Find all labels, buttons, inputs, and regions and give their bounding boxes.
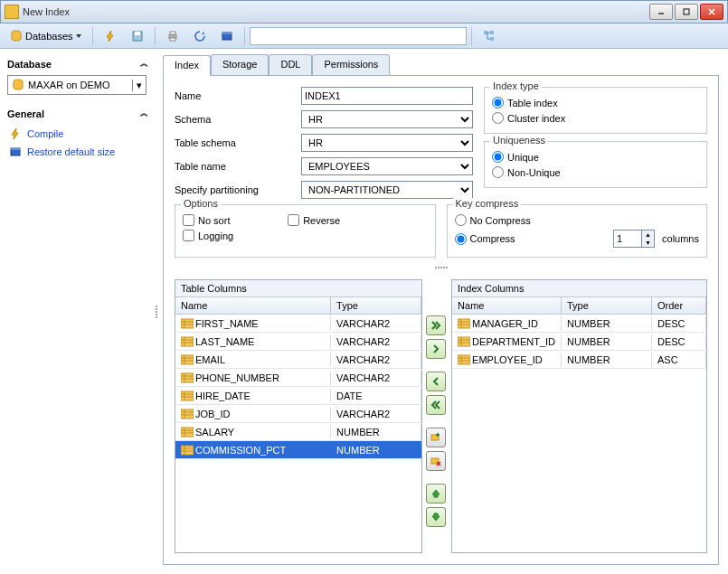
tab-bar: Index Storage DDL Permissions: [163, 54, 719, 76]
move-down-button[interactable]: [426, 507, 446, 527]
svg-rect-56: [458, 337, 470, 346]
col-header-type[interactable]: Type: [562, 297, 652, 314]
collapse-icon: ︽: [140, 58, 147, 70]
spin-up-icon[interactable]: ▲: [642, 231, 654, 239]
table-row[interactable]: MANAGER_IDNUMBERDESC: [452, 315, 706, 333]
table-columns-panel: Table Columns Name Type FIRST_NAMEVARCHA…: [175, 279, 422, 553]
remove-button[interactable]: [426, 372, 446, 391]
separator: [92, 27, 93, 45]
index-type-group: Index type Table index Cluster index: [484, 87, 707, 134]
svg-rect-52: [458, 319, 470, 328]
table-row[interactable]: HIRE_DATEDATE: [175, 387, 421, 405]
tab-permissions[interactable]: Permissions: [312, 54, 390, 75]
form-area: Name SchemaHR Table schemaHR Table nameE…: [175, 87, 473, 204]
col-header-order[interactable]: Order: [652, 297, 706, 314]
table-row[interactable]: LAST_NAMEVARCHAR2: [175, 333, 421, 351]
svg-rect-8: [170, 32, 175, 34]
remove-expression-button[interactable]: [426, 451, 446, 471]
lightning-icon: [9, 127, 22, 140]
refresh-toolbar-button[interactable]: [187, 26, 213, 46]
svg-rect-46: [181, 446, 194, 455]
tab-content: Name SchemaHR Table schemaHR Table nameE…: [163, 76, 719, 565]
columns-area: Table Columns Name Type FIRST_NAMEVARCHA…: [175, 279, 707, 553]
restore-size-icon: [9, 146, 22, 158]
compress-columns-spinner[interactable]: ▲▼: [613, 230, 655, 248]
tab-index[interactable]: Index: [163, 55, 211, 76]
table-row[interactable]: COMMISSION_PCTNUMBER: [175, 441, 421, 459]
separator: [244, 27, 245, 45]
side-panel: Database︽ MAXAR on DEMO ▾ General︽ Compi…: [0, 49, 154, 574]
svg-rect-34: [181, 391, 194, 400]
nosort-checkbox[interactable]: [183, 214, 194, 226]
tree-toolbar-button[interactable]: [477, 26, 502, 46]
add-expression-button[interactable]: [426, 428, 446, 447]
remove-all-button[interactable]: [426, 395, 446, 415]
restore-default-size-link[interactable]: Restore default size: [7, 143, 147, 161]
index-columns-body[interactable]: MANAGER_IDNUMBERDESCDEPARTMENT_IDNUMBERD…: [452, 315, 706, 552]
col-header-name[interactable]: Name: [452, 297, 562, 314]
compile-link[interactable]: Compile: [7, 125, 147, 143]
print-toolbar-button[interactable]: [160, 26, 185, 46]
close-button[interactable]: [700, 4, 723, 20]
table-row[interactable]: FIRST_NAMEVARCHAR2: [175, 315, 421, 333]
partitioning-select[interactable]: NON-PARTITIONED: [301, 181, 473, 199]
toolbar-combo[interactable]: [250, 27, 467, 45]
table-row[interactable]: EMPLOYEE_IDNUMBERASC: [452, 351, 706, 369]
table-row[interactable]: DEPARTMENT_IDNUMBERDESC: [452, 333, 706, 351]
tab-ddl[interactable]: DDL: [269, 54, 312, 75]
general-section-header[interactable]: General︽: [7, 108, 147, 119]
uniqueness-group: Uniqueness Unique Non-Unique: [484, 141, 707, 188]
restore-size-icon: [221, 30, 233, 42]
chevron-down-icon: ▾: [132, 80, 142, 91]
separator: [155, 27, 156, 45]
svg-rect-6: [135, 32, 140, 35]
maximize-button[interactable]: [675, 4, 698, 20]
svg-rect-12: [484, 31, 487, 34]
horizontal-splitter[interactable]: [175, 265, 707, 270]
restore-size-toolbar-button[interactable]: [214, 26, 240, 46]
minimize-button[interactable]: [649, 4, 673, 20]
logging-checkbox[interactable]: [183, 230, 194, 241]
svg-rect-14: [490, 37, 494, 41]
nonunique-radio[interactable]: [492, 166, 504, 178]
unique-radio[interactable]: [492, 151, 504, 163]
no-compress-radio[interactable]: [455, 214, 467, 226]
database-selector[interactable]: MAXAR on DEMO ▾: [7, 75, 147, 95]
tab-storage[interactable]: Storage: [211, 54, 269, 75]
table-index-radio[interactable]: [492, 97, 504, 108]
svg-rect-42: [181, 428, 194, 437]
name-input[interactable]: [301, 87, 473, 105]
refresh-icon: [194, 30, 206, 42]
printer-icon: [166, 30, 179, 42]
table-row[interactable]: JOB_IDVARCHAR2: [175, 405, 421, 423]
save-toolbar-button[interactable]: [125, 26, 150, 46]
table-row[interactable]: PHONE_NUMBERVARCHAR2: [175, 369, 421, 387]
svg-rect-60: [458, 355, 470, 364]
compress-radio[interactable]: [455, 233, 467, 245]
uniqueness-legend: Uniqueness: [490, 135, 548, 146]
table-name-label: Table name: [175, 161, 301, 172]
table-name-select[interactable]: EMPLOYEES: [301, 157, 473, 175]
schema-select[interactable]: HR: [301, 110, 473, 128]
svg-rect-17: [11, 148, 20, 150]
table-row[interactable]: SALARYNUMBER: [175, 423, 421, 441]
table-row[interactable]: EMAILVARCHAR2: [175, 351, 421, 369]
compile-toolbar-button[interactable]: [98, 26, 123, 46]
cluster-index-radio[interactable]: [492, 112, 504, 124]
table-columns-body[interactable]: FIRST_NAMEVARCHAR2LAST_NAMEVARCHAR2EMAIL…: [175, 315, 421, 552]
transfer-buttons: [426, 279, 448, 553]
col-header-name[interactable]: Name: [175, 297, 331, 314]
move-up-button[interactable]: [426, 484, 446, 503]
table-schema-select[interactable]: HR: [301, 134, 473, 152]
svg-rect-11: [222, 33, 232, 34]
database-icon: [12, 79, 24, 91]
database-section-header[interactable]: Database︽: [7, 58, 147, 70]
key-compress-legend: Key compress: [453, 198, 522, 209]
svg-rect-30: [181, 373, 194, 382]
spin-down-icon[interactable]: ▼: [642, 239, 654, 247]
add-button[interactable]: [426, 339, 446, 359]
col-header-type[interactable]: Type: [331, 297, 421, 314]
add-all-button[interactable]: [426, 315, 446, 335]
databases-dropdown[interactable]: Databases: [4, 26, 88, 46]
reverse-checkbox[interactable]: [288, 214, 299, 226]
